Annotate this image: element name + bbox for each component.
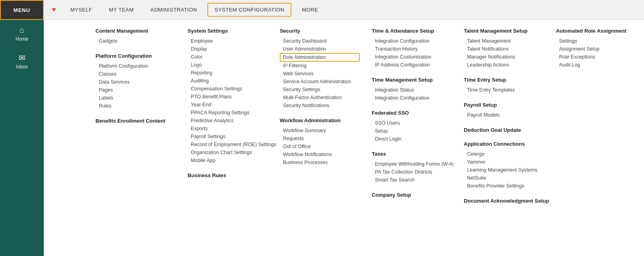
menu-link-integration-status[interactable]: Integration Status bbox=[372, 86, 452, 94]
menu-link-web-services[interactable]: Web Services bbox=[280, 70, 360, 78]
inbox-icon: ✉ bbox=[19, 53, 25, 63]
dropdown-col-col-system: System SettingsEmployeeDisplayColorLogoR… bbox=[187, 28, 267, 248]
section-heading: Automated Role Assignment bbox=[556, 28, 636, 34]
menu-link-security-dashboard[interactable]: Security Dashboard bbox=[280, 37, 360, 45]
menu-link-direct-login[interactable]: Direct Login bbox=[372, 135, 452, 143]
favorites-icon[interactable]: ♥ bbox=[48, 6, 60, 14]
menu-link-mobile-app[interactable]: Mobile App bbox=[187, 156, 267, 164]
menu-link-audit-log[interactable]: Audit Log bbox=[556, 61, 636, 69]
section-taxes: TaxesEmployee Withholding Forms (W-4)PA … bbox=[372, 151, 452, 184]
menu-link-data-services[interactable]: Data Services bbox=[96, 78, 176, 86]
menu-link-role-administration[interactable]: Role Administration bbox=[280, 53, 360, 62]
menu-link-user-administration[interactable]: User Administration bbox=[280, 45, 360, 53]
menu-link-employee[interactable]: Employee bbox=[187, 37, 267, 45]
menu-link-reporting[interactable]: Reporting bbox=[187, 69, 267, 77]
section-benefits-enrollment-content: Benefits Enrollment Content bbox=[96, 118, 176, 124]
dropdown-menu: Content ManagementGadgetsPlatform Config… bbox=[44, 20, 644, 256]
menu-link-service-account-administration[interactable]: Service Account Administration bbox=[280, 78, 360, 86]
menu-link-workflow-notifications[interactable]: Workflow Notifications bbox=[280, 150, 360, 158]
section-content-management: Content ManagementGadgets bbox=[96, 28, 176, 45]
section-time-entry-setup: Time Entry SetupTime Entry Templates bbox=[464, 77, 544, 94]
menu-link-celergo[interactable]: Celergo bbox=[464, 150, 544, 158]
menu-link-leadership-actions[interactable]: Leadership Actions bbox=[464, 61, 544, 69]
menu-link-year-end[interactable]: Year-End bbox=[187, 101, 267, 109]
menu-link-talent-notifications[interactable]: Talent Notifications bbox=[464, 45, 544, 53]
menu-link-record-of-employment-roe-settings[interactable]: Record of Employment (ROE) Settings bbox=[187, 141, 267, 149]
menu-link-labels[interactable]: Labels bbox=[96, 94, 176, 102]
section-heading: Time & Attendance Setup bbox=[372, 28, 452, 34]
section-system-settings: System SettingsEmployeeDisplayColorLogoR… bbox=[187, 28, 267, 164]
section-automated-role-assignment: Automated Role AssignmentSettingsAssignm… bbox=[556, 28, 636, 69]
menu-link-ppaca-reporting-settings[interactable]: PPACA Reporting Settings bbox=[187, 109, 267, 117]
menu-link-pto-benefit-plans[interactable]: PTO Benefit Plans bbox=[187, 93, 267, 101]
section-deduction-goal-update: Deduction Goal Update bbox=[464, 127, 544, 133]
section-heading: Benefits Enrollment Content bbox=[96, 118, 176, 124]
section-heading: Platform Configuration bbox=[96, 53, 176, 59]
menu-link-smart-tax-search[interactable]: Smart Tax Search bbox=[372, 176, 452, 184]
menu-link-compensation-settings[interactable]: Compensation Settings bbox=[187, 85, 267, 93]
menu-link-learning-management-systems[interactable]: Learning Management Systems bbox=[464, 166, 544, 174]
menu-link-classes[interactable]: Classes bbox=[96, 70, 176, 78]
menu-button[interactable]: MENU bbox=[0, 0, 44, 20]
nav-item-more[interactable]: MORE bbox=[295, 4, 324, 16]
menu-link-workflow-summary[interactable]: Workflow Summary bbox=[280, 127, 360, 135]
menu-link-security-settings[interactable]: Security Settings bbox=[280, 86, 360, 94]
menu-link-talent-management[interactable]: Talent Management bbox=[464, 37, 544, 45]
menu-link-color[interactable]: Color bbox=[187, 53, 267, 61]
menu-link-payroll-models[interactable]: Payroll Models bbox=[464, 111, 544, 119]
nav-item-administration[interactable]: ADMINISTRATION bbox=[144, 4, 203, 16]
menu-link-pages[interactable]: Pages bbox=[96, 86, 176, 94]
nav-item-system-configuration[interactable]: SYSTEM CONFIGURATION bbox=[207, 3, 291, 17]
menu-link-payroll-settings[interactable]: Payroll Settings bbox=[187, 133, 267, 141]
section-heading: Time Management Setup bbox=[372, 77, 452, 83]
menu-link-logo[interactable]: Logo bbox=[187, 61, 267, 69]
section-talent-management-setup: Talent Management SetupTalent Management… bbox=[464, 28, 544, 69]
dropdown-col-col-content: Content ManagementGadgetsPlatform Config… bbox=[96, 28, 176, 248]
section-security: SecuritySecurity DashboardUser Administr… bbox=[280, 28, 360, 109]
section-heading: Time Entry Setup bbox=[464, 77, 544, 83]
nav-item-my-team[interactable]: MY TEAM bbox=[103, 4, 140, 16]
section-application-connections: Application ConnectionsCelergoYammerLear… bbox=[464, 141, 544, 190]
menu-link-time-entry-templates[interactable]: Time Entry Templates bbox=[464, 86, 544, 94]
section-federated-sso: Federated SSOSSO UsersSetupDirect Login bbox=[372, 110, 452, 143]
menu-link-gadgets[interactable]: Gadgets bbox=[96, 37, 176, 45]
section-heading: Company Setup bbox=[372, 192, 452, 198]
nav-item-myself[interactable]: MYSELF bbox=[64, 4, 99, 16]
menu-link-pa-tax-collection-districts[interactable]: PA Tax Collection Districts bbox=[372, 168, 452, 176]
menu-link-setup[interactable]: Setup bbox=[372, 127, 452, 135]
menu-link-platform-configuration[interactable]: Platform Configuration bbox=[96, 62, 176, 70]
menu-link-manager-notifications[interactable]: Manager Notifications bbox=[464, 53, 544, 61]
menu-link-auditing[interactable]: Auditing bbox=[187, 77, 267, 85]
menu-link-sso-users[interactable]: SSO Users bbox=[372, 119, 452, 127]
menu-link-benefits-provider-settings[interactable]: Benefits Provider Settings bbox=[464, 182, 544, 190]
section-payroll-setup: Payroll SetupPayroll Models bbox=[464, 102, 544, 119]
menu-link-organization-chart-settings[interactable]: Organization Chart Settings bbox=[187, 149, 267, 156]
sidebar-item-home[interactable]: ⌂ Home bbox=[0, 20, 44, 47]
menu-link-settings[interactable]: Settings bbox=[556, 37, 636, 45]
menu-link-predictive-analytics[interactable]: Predictive Analytics bbox=[187, 117, 267, 125]
dropdown-col-col-automated: Automated Role AssignmentSettingsAssignm… bbox=[556, 28, 636, 248]
menu-link-transaction-history[interactable]: Transaction History bbox=[372, 45, 452, 53]
menu-link-ip-filtering[interactable]: IP Filtering bbox=[280, 62, 360, 70]
menu-link-requests[interactable]: Requests bbox=[280, 135, 360, 143]
menu-link-netsuite[interactable]: NetSuite bbox=[464, 174, 544, 182]
menu-link-ip-address-configuration[interactable]: IP Address Configuration bbox=[372, 61, 452, 69]
menu-link-integration-customization[interactable]: Integration Customization bbox=[372, 53, 452, 61]
sidebar-item-inbox[interactable]: ✉ Inbox bbox=[0, 47, 44, 75]
menu-link-rules[interactable]: Rules bbox=[96, 102, 176, 110]
menu-link-employee-withholding-forms-w-4[interactable]: Employee Withholding Forms (W-4) bbox=[372, 160, 452, 168]
sidebar: MENU ⌂ Home ✉ Inbox bbox=[0, 0, 44, 256]
menu-link-exports[interactable]: Exports bbox=[187, 125, 267, 133]
menu-link-integration-configuration[interactable]: Integration Configuration bbox=[372, 37, 452, 45]
menu-link-integration-configuration[interactable]: Integration Configuration bbox=[372, 94, 452, 102]
home-icon: ⌂ bbox=[20, 25, 24, 35]
menu-link-multi-factor-authentication[interactable]: Multi-Factor Authentication bbox=[280, 94, 360, 102]
menu-link-display[interactable]: Display bbox=[187, 45, 267, 53]
menu-link-role-exceptions[interactable]: Role Exceptions bbox=[556, 53, 636, 61]
menu-link-out-of-office[interactable]: Out of Office bbox=[280, 143, 360, 150]
menu-link-security-notifications[interactable]: Security Notifications bbox=[280, 102, 360, 109]
menu-link-business-processes[interactable]: Business Processes bbox=[280, 158, 360, 166]
menu-link-yammer[interactable]: Yammer bbox=[464, 158, 544, 166]
menu-link-assignment-setup[interactable]: Assignment Setup bbox=[556, 45, 636, 53]
dropdown-col-col-time: Time & Attendance SetupIntegration Confi… bbox=[372, 28, 452, 248]
